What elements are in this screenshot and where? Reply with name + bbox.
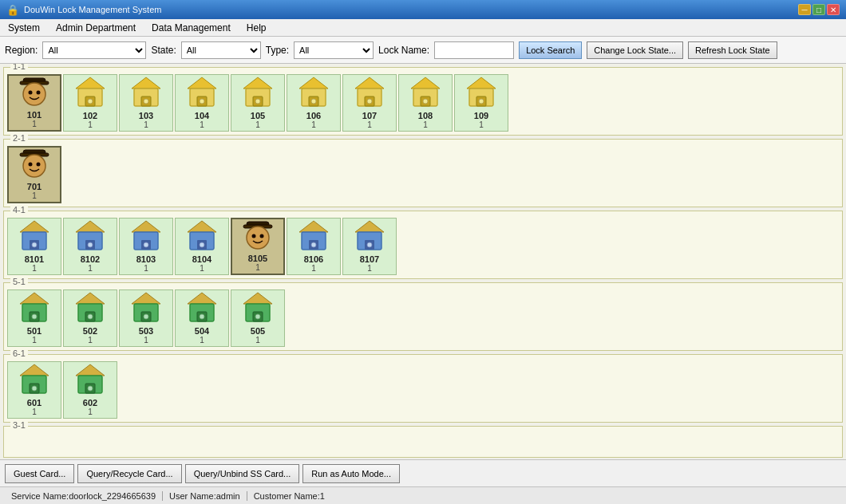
lock-icon-8102: [73, 218, 108, 254]
lock-item-503[interactable]: 5031: [119, 289, 173, 347]
lock-item-8104[interactable]: 81041: [175, 218, 229, 275]
lock-item-8102[interactable]: 81021: [63, 218, 117, 275]
app-title: DouWin Lock Management System: [24, 5, 161, 14]
run-auto-mode-button[interactable]: Run as Auto Mode...: [302, 464, 400, 483]
svg-marker-25: [355, 77, 384, 89]
type-select[interactable]: All: [294, 41, 374, 59]
lock-grid-section-2-1: 7011: [7, 143, 839, 203]
lock-item-501[interactable]: 5011: [7, 289, 61, 347]
lock-count-502: 1: [88, 336, 93, 345]
lock-item-602[interactable]: 6021: [63, 361, 117, 419]
menu-admin-department[interactable]: Admin Department: [51, 21, 140, 35]
guest-card-button[interactable]: Guest Card...: [5, 464, 74, 483]
query-recycle-card-button[interactable]: Query/Recycle Card...: [77, 464, 181, 483]
lock-count-503: 1: [144, 336, 148, 345]
svg-point-66: [311, 242, 316, 247]
close-button[interactable]: ✕: [827, 4, 840, 15]
lock-item-109[interactable]: 1091: [454, 74, 508, 132]
svg-point-86: [200, 314, 204, 319]
section-label-section-3-1: 3-1: [10, 420, 28, 430]
svg-point-3: [29, 90, 33, 94]
lock-name-103: 103: [139, 111, 153, 120]
lock-count-8101: 1: [32, 264, 37, 273]
lock-grid-section-1-1: 1011 1021 1031 1041: [7, 71, 839, 132]
query-unbind-ss-card-button[interactable]: Query/Unbind SS Card...: [185, 464, 300, 483]
lock-item-101[interactable]: 1011: [7, 74, 61, 132]
service-name-status: Service Name:doorlock_2294665639: [5, 491, 163, 501]
toolbar: Region: All State: All Type: All Lock Na…: [0, 37, 846, 64]
lock-name-502: 502: [83, 326, 97, 336]
lock-grid-section-3-1: [7, 430, 839, 454]
lock-item-102[interactable]: 1021: [63, 74, 117, 132]
lock-grid-section-4-1: 81011 81021 81031 81: [7, 215, 839, 275]
menu-system[interactable]: System: [3, 21, 45, 35]
svg-marker-67: [355, 221, 384, 232]
lock-name-8103: 8103: [136, 254, 156, 264]
minimize-button[interactable]: ─: [798, 4, 811, 15]
svg-point-20: [255, 99, 260, 104]
lock-search-button[interactable]: Lock Search: [519, 41, 582, 59]
lock-count-105: 1: [255, 120, 260, 129]
lock-name-input[interactable]: [434, 41, 514, 59]
lock-icon-601: [17, 361, 52, 398]
svg-point-82: [144, 314, 148, 319]
state-select[interactable]: All: [181, 41, 261, 59]
region-select[interactable]: All: [42, 41, 146, 59]
lock-name-102: 102: [83, 111, 97, 120]
lock-count-107: 1: [367, 120, 372, 129]
customer-name-status: Customer Name:1: [247, 491, 331, 501]
lock-item-106[interactable]: 1061: [287, 74, 341, 132]
lock-icon-504: [184, 289, 219, 326]
section-section-5-1: 5-1 5011 5021 5031: [3, 282, 843, 351]
lock-count-8103: 1: [144, 264, 148, 273]
lock-item-107[interactable]: 1071: [342, 74, 397, 132]
lock-name-8101: 8101: [25, 254, 44, 264]
lock-item-8106[interactable]: 81061: [287, 218, 341, 275]
lock-item-502[interactable]: 5021: [63, 289, 117, 347]
lock-count-602: 1: [88, 408, 93, 416]
lock-item-505[interactable]: 5051: [231, 289, 285, 347]
lock-item-601[interactable]: 6011: [7, 361, 61, 419]
svg-point-62: [260, 234, 264, 238]
lock-item-504[interactable]: 5041: [175, 289, 229, 347]
lock-name-105: 105: [251, 111, 265, 120]
main-content[interactable]: 1-1 1011 1021: [0, 64, 846, 459]
svg-point-40: [29, 162, 33, 166]
svg-marker-79: [132, 293, 160, 304]
lock-count-501: 1: [32, 336, 37, 345]
svg-marker-42: [20, 221, 49, 232]
menu-data-management[interactable]: Data Management: [147, 21, 235, 35]
menu-help[interactable]: Help: [242, 21, 271, 35]
svg-point-60: [247, 226, 269, 249]
svg-marker-50: [132, 221, 160, 232]
lock-item-8105[interactable]: 81051: [231, 218, 285, 275]
lock-item-8101[interactable]: 81011: [7, 218, 61, 275]
svg-marker-63: [299, 221, 328, 232]
section-section-1-1: 1-1 1011 1021: [3, 67, 843, 136]
lock-item-105[interactable]: 1051: [231, 74, 285, 132]
lock-name-505: 505: [251, 326, 265, 336]
lock-count-109: 1: [479, 120, 484, 129]
refresh-lock-state-button[interactable]: Refresh Lock State: [688, 41, 777, 59]
lock-icon-108: [408, 74, 443, 111]
lock-count-103: 1: [144, 120, 148, 129]
lock-count-102: 1: [88, 120, 93, 129]
section-label-section-4-1: 4-1: [10, 205, 28, 215]
lock-item-701[interactable]: 7011: [7, 146, 61, 203]
lock-name-601: 601: [27, 398, 42, 408]
lock-item-103[interactable]: 1031: [119, 74, 173, 132]
svg-point-24: [311, 99, 316, 104]
svg-point-78: [88, 314, 93, 319]
state-label: State:: [151, 45, 176, 56]
lock-item-8107[interactable]: 81071: [342, 218, 397, 275]
svg-marker-71: [20, 293, 49, 304]
svg-point-49: [88, 242, 93, 247]
lock-item-104[interactable]: 1041: [175, 74, 229, 132]
lock-name-107: 107: [362, 111, 377, 120]
svg-point-2: [23, 83, 45, 105]
lock-name-8104: 8104: [192, 254, 212, 264]
lock-item-108[interactable]: 1081: [398, 74, 453, 132]
maximize-button[interactable]: □: [812, 4, 825, 15]
lock-item-8103[interactable]: 81031: [119, 218, 173, 275]
change-lock-state-button[interactable]: Change Lock State...: [587, 41, 683, 59]
